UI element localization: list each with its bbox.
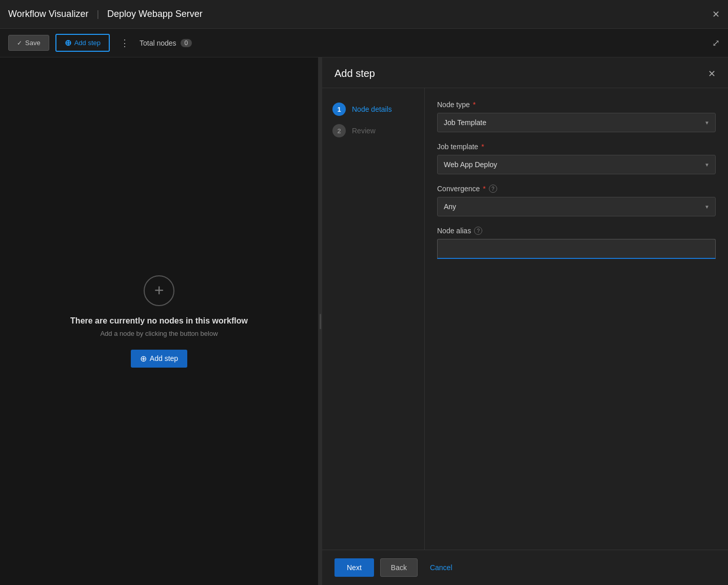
node-alias-help-icon[interactable]: ?: [474, 227, 482, 235]
convergence-group: Convergence * ? Any All: [437, 185, 716, 216]
title-separator: |: [96, 9, 99, 19]
node-type-label: Node type *: [437, 100, 716, 109]
node-alias-label-text: Node alias: [437, 227, 471, 235]
side-panel: Add step ✕ 1 Node details 2 Review: [322, 57, 728, 585]
node-alias-label: Node alias ?: [437, 227, 716, 235]
toolbar: ✓ Save ⊕ Add step ⋮ Total nodes 0 ⤢: [0, 29, 728, 57]
convergence-select-wrapper: Any All: [437, 197, 716, 216]
check-icon: ✓: [17, 39, 22, 47]
step-item-1[interactable]: 1 Node details: [330, 98, 416, 120]
node-alias-group: Node alias ?: [437, 227, 716, 259]
job-template-select-wrapper: Web App Deploy: [437, 155, 716, 174]
job-template-required-star: *: [481, 143, 484, 151]
plus-icon-canvas: ⊕: [140, 354, 147, 364]
add-step-toolbar-label: Add step: [74, 39, 101, 47]
panel-body: 1 Node details 2 Review Node type *: [322, 88, 728, 550]
plus-circle-icon: +: [154, 281, 164, 300]
add-step-toolbar-button[interactable]: ⊕ Add step: [55, 34, 110, 52]
job-template-select[interactable]: Web App Deploy: [437, 155, 716, 174]
add-step-canvas-button[interactable]: ⊕ Add step: [131, 350, 187, 368]
node-type-label-text: Node type: [437, 100, 470, 109]
panel-close-icon[interactable]: ✕: [708, 68, 716, 79]
panel-resizer[interactable]: [318, 57, 322, 585]
canvas-empty-title: There are currently no nodes in this wor…: [70, 316, 248, 326]
step-1-number: 1: [332, 103, 346, 116]
next-button[interactable]: Next: [335, 558, 374, 577]
convergence-required-star: *: [483, 185, 485, 193]
add-step-canvas-label: Add step: [150, 354, 178, 362]
step-2-label: Review: [352, 127, 376, 135]
save-button[interactable]: ✓ Save: [8, 35, 49, 51]
app-subtitle: Deploy Webapp Server: [107, 9, 203, 19]
main-layout: + There are currently no nodes in this w…: [0, 57, 728, 585]
convergence-help-icon[interactable]: ?: [489, 185, 497, 193]
canvas-area: + There are currently no nodes in this w…: [0, 57, 318, 585]
job-template-label: Job template *: [437, 143, 716, 151]
add-node-icon[interactable]: +: [144, 275, 174, 306]
convergence-select[interactable]: Any All: [437, 197, 716, 216]
panel-footer: Next Back Cancel: [322, 550, 728, 585]
plus-icon: ⊕: [65, 38, 71, 48]
convergence-label-text: Convergence: [437, 185, 480, 193]
node-type-required-star: *: [473, 100, 476, 109]
node-type-select[interactable]: Job Template Workflow Job Template Proje…: [437, 113, 716, 132]
convergence-label: Convergence * ?: [437, 185, 716, 193]
canvas-empty-subtitle: Add a node by clicking the button below: [100, 330, 218, 337]
expand-icon[interactable]: ⤢: [712, 37, 720, 49]
node-type-select-wrapper: Job Template Workflow Job Template Proje…: [437, 113, 716, 132]
kebab-menu-button[interactable]: ⋮: [116, 35, 133, 51]
steps-nav: 1 Node details 2 Review: [322, 88, 425, 550]
node-type-group: Node type * Job Template Workflow Job Te…: [437, 100, 716, 132]
top-bar-left: Workflow Visualizer | Deploy Webapp Serv…: [8, 9, 203, 19]
total-nodes-label: Total nodes: [140, 39, 176, 47]
save-label: Save: [25, 39, 41, 47]
step-item-2[interactable]: 2 Review: [330, 120, 416, 142]
panel-title: Add step: [335, 68, 375, 79]
cancel-button[interactable]: Cancel: [424, 559, 459, 576]
nodes-count-badge: 0: [181, 39, 192, 47]
step-1-label: Node details: [352, 105, 392, 113]
back-button[interactable]: Back: [380, 558, 418, 577]
total-nodes-display: Total nodes 0: [140, 39, 192, 47]
step-2-number: 2: [332, 124, 346, 137]
job-template-label-text: Job template: [437, 143, 478, 151]
node-alias-input[interactable]: [437, 239, 716, 259]
top-bar: Workflow Visualizer | Deploy Webapp Serv…: [0, 0, 728, 29]
top-close-icon[interactable]: ✕: [712, 9, 720, 20]
job-template-group: Job template * Web App Deploy: [437, 143, 716, 174]
app-title: Workflow Visualizer: [8, 9, 88, 19]
resizer-handle: [320, 314, 321, 329]
form-area: Node type * Job Template Workflow Job Te…: [425, 88, 728, 550]
panel-header: Add step ✕: [322, 57, 728, 88]
